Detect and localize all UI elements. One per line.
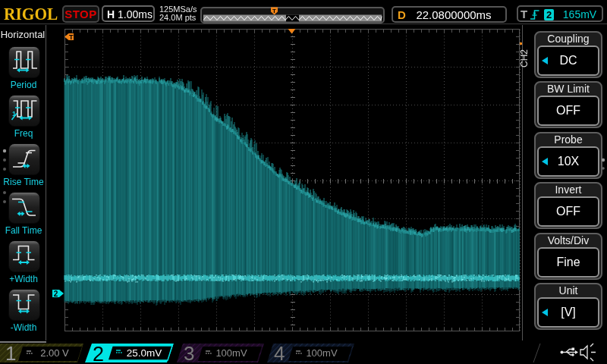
svg-text:25.0mV: 25.0mV <box>127 347 162 359</box>
svg-text:100mV: 100mV <box>215 347 247 359</box>
svg-text:2: 2 <box>93 343 104 364</box>
svg-text:100mV: 100mV <box>306 347 338 359</box>
svg-text:3: 3 <box>184 342 194 364</box>
svg-text:2: 2 <box>54 290 58 298</box>
svg-text:2.00 V: 2.00 V <box>40 347 69 359</box>
svg-text:T: T <box>69 33 74 41</box>
svg-text:1: 1 <box>5 342 16 364</box>
svg-text:4: 4 <box>274 342 285 364</box>
svg-text:T: T <box>272 8 276 14</box>
